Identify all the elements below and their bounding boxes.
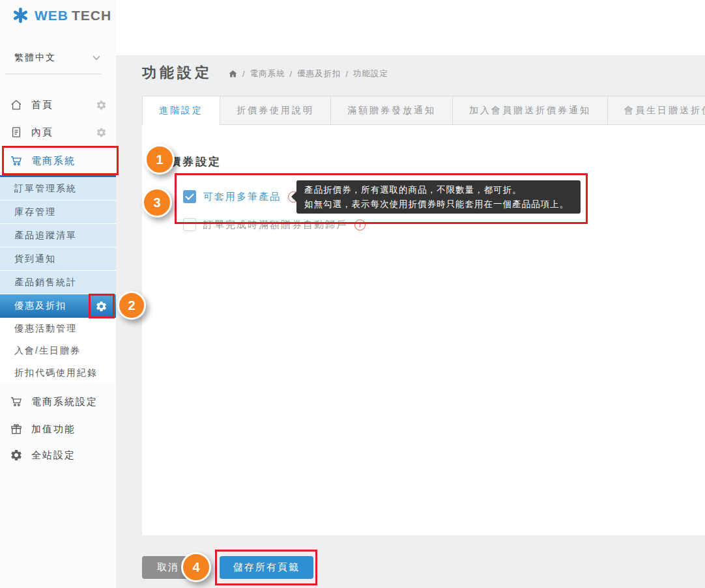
subitem-label: 優惠及折扣: [14, 300, 66, 312]
subitem-label: 產品銷售統計: [14, 277, 77, 288]
document-icon: [10, 126, 23, 139]
chevron-down-icon: [93, 53, 100, 60]
sidebar-item-home[interactable]: 首頁: [0, 91, 116, 119]
info-icon[interactable]: i: [354, 219, 366, 231]
option-auto-credit: 訂單完成時滿額贈券自動歸戶 i: [183, 218, 366, 231]
brand-name: WEBTECH: [35, 8, 111, 23]
breadcrumb-item-function-settings: 功能設定: [353, 68, 388, 79]
brand-tech: TECH: [72, 8, 111, 23]
sidebar-item-label: 電商系統設定: [31, 396, 98, 408]
gear-icon[interactable]: [96, 127, 107, 138]
multi-product-checkbox[interactable]: [183, 190, 196, 203]
shopping-cart-icon: [10, 395, 23, 408]
gear-icon[interactable]: [96, 100, 107, 111]
breadcrumb-item-discounts[interactable]: 優惠及折扣: [297, 68, 341, 79]
subitem-label: 庫存管理: [14, 206, 56, 218]
auto-credit-checkbox[interactable]: [183, 218, 196, 231]
shopping-cart-icon: [10, 154, 23, 167]
tab-label: 折價券使用說明: [237, 105, 314, 117]
page-title: 功能設定: [142, 63, 212, 83]
gift-icon: [10, 423, 23, 436]
language-selector[interactable]: 繁體中文: [14, 52, 99, 64]
tooltip-multi-product: 產品折價券，所有選取的商品，不限數量，都可折。 如無勾選，表示每次使用折價券時只…: [296, 180, 581, 214]
tab-label: 進階設定: [159, 105, 203, 117]
gear-icon: [10, 449, 23, 462]
asterisk-logo-icon: [12, 7, 29, 24]
subitem-label: 入會/生日贈券: [14, 345, 81, 357]
sidebar: WEBTECH 繁體中文 首頁 內頁 電商系統 訂單管理系統 庫存管理 產品追蹤…: [0, 0, 116, 588]
tab-birthday-coupon-notification[interactable]: 會員生日贈送折價券通知: [608, 96, 705, 125]
sidebar-item-addons[interactable]: 加值功能: [0, 415, 116, 443]
breadcrumb-separator: /: [289, 70, 292, 79]
brand-web: WEB: [35, 8, 68, 23]
sidebar-subitem-product-tracking[interactable]: 產品追蹤清單: [0, 224, 116, 247]
sidebar-item-inner-pages[interactable]: 內頁: [0, 119, 116, 146]
breadcrumb-separator: /: [242, 70, 245, 79]
option-multi-product: 可套用多筆產品 i: [183, 190, 299, 203]
multi-product-label[interactable]: 可套用多筆產品: [203, 191, 281, 203]
sidebar-item-label: 內頁: [31, 126, 53, 139]
section-title-coupon-settings: 折價券設定: [156, 154, 222, 169]
cancel-button[interactable]: 取消: [142, 556, 194, 579]
sidebar-subitem-membership-birthday-coupons[interactable]: 入會/生日贈券: [0, 340, 116, 362]
tooltip-line-2: 如無勾選，表示每次使用折價券時只能套用在一個產品品項上。: [304, 197, 573, 212]
sidebar-item-label: 加值功能: [31, 423, 76, 436]
subitem-label: 貨到通知: [14, 253, 56, 265]
tab-bar: 進階設定 折價券使用說明 滿額贈券發放通知 加入會員贈送折價券通知 會員生日贈送…: [142, 96, 705, 125]
tab-threshold-coupon-notification[interactable]: 滿額贈券發放通知: [331, 96, 453, 125]
gear-icon[interactable]: [95, 300, 108, 313]
breadcrumb-item-ecommerce[interactable]: 電商系統: [250, 68, 285, 79]
tab-join-member-coupon-notification[interactable]: 加入會員贈送折價券通知: [453, 96, 608, 125]
brand-logo: WEBTECH: [12, 7, 111, 24]
tooltip-line-1: 產品折價券，所有選取的商品，不限數量，都可折。: [304, 183, 573, 197]
sidebar-subitem-discount-code-records[interactable]: 折扣代碼使用紀錄: [0, 362, 116, 384]
breadcrumb: / 電商系統 / 優惠及折扣 / 功能設定: [228, 68, 388, 79]
subitem-label: 產品追蹤清單: [14, 230, 77, 242]
sidebar-subitem-discounts-selected[interactable]: 優惠及折扣: [0, 294, 116, 318]
divider: [5, 74, 102, 74]
tab-label: 加入會員贈送折價券通知: [469, 105, 591, 117]
save-all-tabs-button[interactable]: 儲存所有頁籤: [220, 556, 313, 579]
home-icon: [10, 98, 23, 111]
sidebar-subitem-sales-statistics[interactable]: 產品銷售統計: [0, 271, 116, 294]
sidebar-subitem-arrival-notice[interactable]: 貨到通知: [0, 247, 116, 271]
tab-label: 滿額贈券發放通知: [347, 105, 436, 117]
sidebar-item-ecommerce-settings[interactable]: 電商系統設定: [0, 388, 116, 415]
sidebar-item-site-settings[interactable]: 全站設定: [0, 441, 116, 469]
sidebar-item-label: 電商系統: [31, 155, 76, 167]
tab-advanced-settings[interactable]: 進階設定: [142, 96, 220, 125]
subitem-label: 訂單管理系統: [14, 183, 77, 195]
language-selector-value: 繁體中文: [14, 52, 56, 64]
sidebar-subitem-order-management[interactable]: 訂單管理系統: [0, 177, 116, 201]
auto-credit-label[interactable]: 訂單完成時滿額贈券自動歸戶: [203, 219, 347, 231]
main-area: 功能設定 / 電商系統 / 優惠及折扣 / 功能設定 進階設定 折價券使用說明 …: [116, 0, 705, 588]
breadcrumb-separator: /: [345, 70, 348, 79]
subitem-label: 折扣代碼使用紀錄: [14, 367, 98, 379]
sidebar-item-label: 全站設定: [31, 449, 76, 462]
home-icon[interactable]: [228, 69, 238, 79]
tab-coupon-usage-notes[interactable]: 折價券使用說明: [220, 96, 331, 125]
sidebar-item-ecommerce[interactable]: 電商系統: [0, 147, 116, 175]
app-window: WEBTECH 繁體中文 首頁 內頁 電商系統 訂單管理系統 庫存管理 產品追蹤…: [0, 0, 705, 588]
subitem-label: 優惠活動管理: [14, 323, 77, 335]
sidebar-subitem-inventory[interactable]: 庫存管理: [0, 201, 116, 224]
tab-label: 會員生日贈送折價券通知: [624, 105, 705, 117]
sidebar-item-label: 首頁: [31, 99, 53, 111]
sidebar-subitem-promo-management[interactable]: 優惠活動管理: [0, 318, 116, 340]
